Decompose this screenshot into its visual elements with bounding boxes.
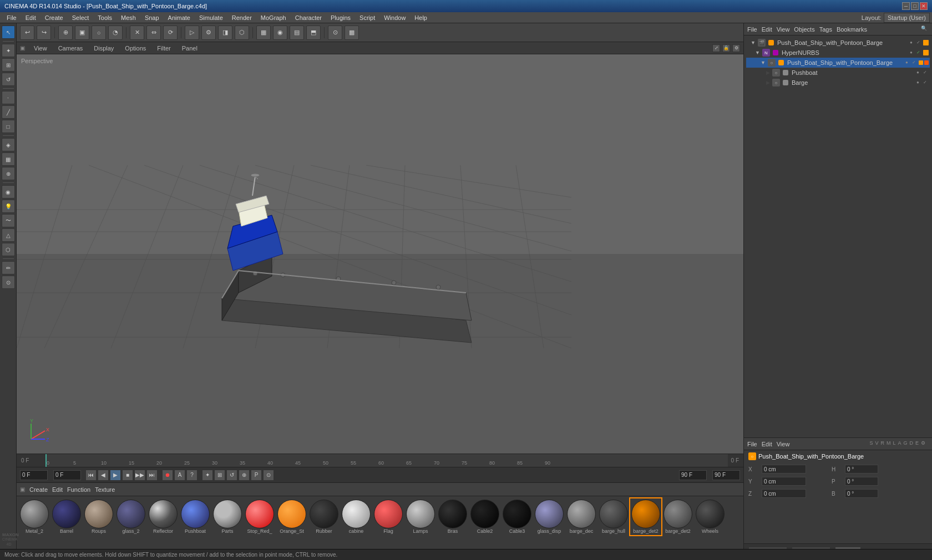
material-item-Cable3[interactable]: Cable3 [502,498,533,535]
material-item-Stop_Red_[interactable]: Stop_Red_ [244,498,275,535]
tc-btn-all[interactable]: ⊕ [239,470,250,481]
frame-current-input[interactable] [20,470,48,480]
sphere-btn[interactable]: ○ [92,26,106,40]
anim-play[interactable]: ▦ [256,26,271,40]
viewport-menu-options[interactable]: Options [123,44,148,53]
vp-icon-config[interactable]: ⚙ [732,44,740,52]
maximize-button[interactable]: □ [911,2,919,10]
material-item-barge_dec[interactable]: barge_dec [566,498,597,535]
anim-record[interactable]: ◉ [273,26,287,40]
material-item-Wheels[interactable]: Wheels [695,498,726,535]
tc-btn-scale2[interactable]: ⊞ [214,470,225,481]
menu-plugins[interactable]: Plugins [326,13,355,22]
scale-tool-btn[interactable]: ⇔ [146,26,161,40]
timeline-playhead[interactable] [45,454,47,467]
material-item-glass_disp[interactable]: glass_disp [534,498,565,535]
material-item-Flag[interactable]: Flag [373,498,404,535]
new-object[interactable]: ⊕ [58,26,73,40]
tool-camera[interactable]: ◉ [2,185,15,198]
tool-spline[interactable]: 〜 [2,214,15,227]
attr-b-input[interactable] [845,489,878,498]
material-item-Pushboat[interactable]: Pushboat [180,498,211,535]
tool-points[interactable]: · [2,91,15,104]
vp-icon-expand[interactable]: ⤢ [712,44,720,52]
material-item-Orange_St[interactable]: Orange_St [276,498,307,535]
obj-vis-h1[interactable]: ● [910,50,915,55]
obj-search-icon[interactable]: 🔍 [921,26,929,33]
tool-select[interactable]: ↖ [2,26,15,39]
tc-btn-rotate2[interactable]: ↺ [226,470,237,481]
frame-end-input[interactable] [679,470,707,480]
tc-auto[interactable]: A [174,470,185,481]
attr-h-input[interactable] [845,465,878,474]
obj-row-pushboat[interactable]: ▶ ○ Pushboat ● ✓ [746,68,930,78]
tc-btn-move[interactable]: ✦ [202,470,213,481]
tc-btn-pos[interactable]: ⊙ [263,470,274,481]
menu-edit[interactable]: Edit [21,13,40,22]
attr-menu-view[interactable]: View [777,441,790,447]
attr-x-input[interactable] [762,465,806,474]
obj-vis-b2[interactable]: ✓ [923,80,929,85]
obj-expand-pushboat[interactable]: ▶ [766,70,770,75]
tool-edges[interactable]: ╱ [2,105,15,119]
obj-menu-objects[interactable]: Objects [794,26,814,33]
tool-light[interactable]: 💡 [2,200,15,213]
material-item-glass_2[interactable]: glass_2 [115,498,146,535]
obj-row-hypernurbs[interactable]: ▼ N HyperNURBS ● ✓ [746,48,930,58]
texture-manager[interactable]: ▩ [345,26,359,40]
attr-menu-edit[interactable]: Edit [762,441,772,447]
rotate-tool-btn[interactable]: ⟳ [163,26,178,40]
tc-play-forward[interactable]: ▶▶ [134,470,145,481]
tool-sculpt[interactable]: ⊙ [2,276,15,289]
obj-vis-h2[interactable]: ✓ [916,50,922,55]
obj-menu-edit[interactable]: Edit [762,26,772,33]
undo-button[interactable]: ↩ [20,26,34,40]
material-item-Barrel[interactable]: Barrel [51,498,82,535]
tc-play-reverse[interactable]: ◀ [98,470,109,481]
menu-character[interactable]: Character [291,13,326,22]
tool-primitive[interactable]: △ [2,228,15,242]
tc-btn-param[interactable]: P [251,470,262,481]
material-item-Rubber[interactable]: Rubber [308,498,340,535]
obj-expand-root[interactable]: ▼ [751,40,756,45]
obj-menu-tags[interactable]: Tags [819,26,832,33]
obj-menu-file[interactable]: File [747,26,757,33]
minimize-button[interactable]: ─ [902,2,910,10]
anim-graph[interactable]: ⬒ [306,26,321,40]
material-editor[interactable]: ⊙ [328,26,342,40]
menu-help[interactable]: Help [410,13,432,22]
obj-vis-pb2[interactable]: ✓ [923,70,929,75]
tc-stop[interactable]: ■ [122,470,133,481]
move-tool-btn[interactable]: ✕ [130,26,144,40]
tool-texture[interactable]: ▦ [2,152,15,166]
cube-btn[interactable]: ▣ [75,26,89,40]
menu-mesh[interactable]: Mesh [116,13,140,22]
mat-menu-texture[interactable]: Texture [95,486,115,493]
attr-y-input[interactable] [762,477,806,486]
timeline[interactable]: 0 F 0 5 10 15 20 25 30 35 40 45 50 55 60… [17,454,743,467]
obj-menu-view[interactable]: View [777,26,790,33]
attr-menu-file[interactable]: File [747,441,757,447]
vp-icon-lock[interactable]: 🔒 [722,44,730,52]
anim-timeline[interactable]: ▤ [290,26,304,40]
tc-skip-start[interactable]: ⏮ [85,470,97,481]
material-item-Lamps[interactable]: Lamps [405,498,436,535]
obj-vis-1[interactable]: ● [910,40,915,45]
material-item-barge_det2[interactable]: barge_det2 [630,498,661,535]
obj-expand-hyper[interactable]: ▼ [755,50,760,55]
menu-script[interactable]: Script [355,13,379,22]
tool-move[interactable]: ✦ [2,44,15,57]
tc-question[interactable]: ? [186,470,197,481]
viewport-menu-cameras[interactable]: Cameras [56,44,85,53]
tc-skip-end[interactable]: ⏭ [146,470,158,481]
menu-simulate[interactable]: Simulate [195,13,227,22]
obj-row-barge[interactable]: ▶ ○ Barge ● ✓ [746,78,930,88]
attr-z-input[interactable] [762,489,806,498]
obj-expand-barge[interactable]: ▶ [766,80,770,85]
material-item-barge_det2[interactable]: barge_det2 [662,498,693,535]
material-item-Bras[interactable]: Bras [437,498,468,535]
frame-step-input[interactable] [712,470,740,480]
material-item-Metal_2[interactable]: Metal_2 [19,498,50,535]
obj-vis-2[interactable]: ✓ [916,40,922,45]
menu-render[interactable]: Render [227,13,256,22]
